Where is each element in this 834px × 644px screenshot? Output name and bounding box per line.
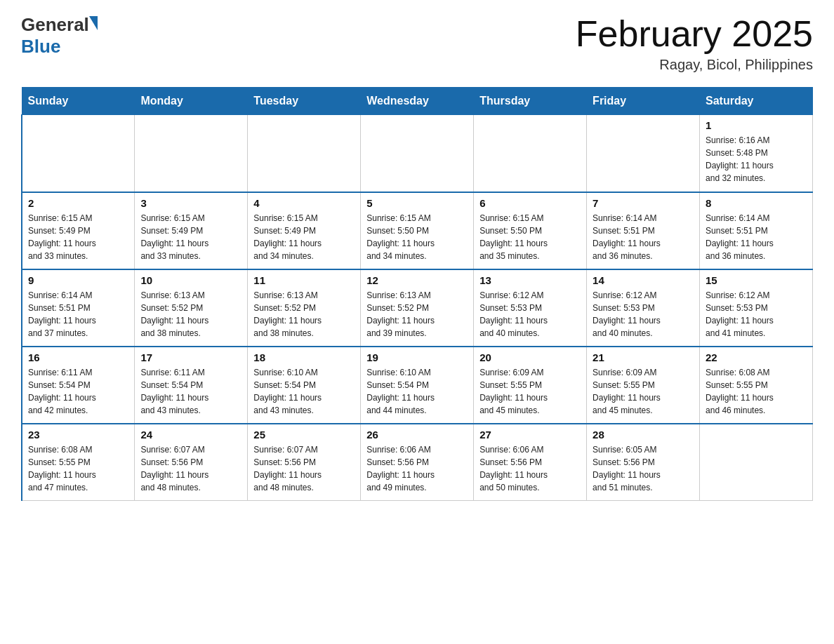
day-info: Sunrise: 6:13 AM Sunset: 5:52 PM Dayligh… [366, 289, 468, 340]
day-number: 2 [28, 197, 128, 209]
day-info: Sunrise: 6:15 AM Sunset: 5:50 PM Dayligh… [366, 212, 468, 262]
calendar-cell: 1Sunrise: 6:16 AM Sunset: 5:48 PM Daylig… [700, 115, 813, 192]
day-info: Sunrise: 6:15 AM Sunset: 5:49 PM Dayligh… [140, 212, 241, 262]
day-number: 25 [253, 429, 355, 441]
calendar-cell: 16Sunrise: 6:11 AM Sunset: 5:54 PM Dayli… [22, 347, 135, 424]
day-info: Sunrise: 6:06 AM Sunset: 5:56 PM Dayligh… [479, 443, 581, 494]
day-number: 4 [253, 197, 355, 209]
calendar-subtitle: Ragay, Bicol, Philippines [576, 57, 813, 73]
day-info: Sunrise: 6:05 AM Sunset: 5:56 PM Dayligh… [593, 443, 694, 494]
day-info: Sunrise: 6:08 AM Sunset: 5:55 PM Dayligh… [28, 443, 128, 494]
day-info: Sunrise: 6:14 AM Sunset: 5:51 PM Dayligh… [593, 212, 694, 262]
day-info: Sunrise: 6:13 AM Sunset: 5:52 PM Dayligh… [253, 289, 355, 340]
weekday-header-friday: Friday [587, 88, 700, 115]
weekday-header-monday: Monday [135, 88, 248, 115]
day-number: 24 [140, 429, 241, 441]
day-info: Sunrise: 6:14 AM Sunset: 5:51 PM Dayligh… [28, 289, 128, 340]
calendar-week-row: 16Sunrise: 6:11 AM Sunset: 5:54 PM Dayli… [22, 347, 813, 424]
calendar-cell: 7Sunrise: 6:14 AM Sunset: 5:51 PM Daylig… [587, 192, 700, 269]
calendar-cell [22, 115, 135, 192]
day-info: Sunrise: 6:15 AM Sunset: 5:50 PM Dayligh… [479, 212, 581, 262]
day-number: 6 [479, 197, 581, 209]
calendar-cell: 20Sunrise: 6:09 AM Sunset: 5:55 PM Dayli… [474, 347, 587, 424]
calendar-cell: 23Sunrise: 6:08 AM Sunset: 5:55 PM Dayli… [22, 424, 135, 501]
calendar-table: SundayMondayTuesdayWednesdayThursdayFrid… [21, 87, 813, 501]
logo-triangle-icon [89, 16, 98, 30]
day-info: Sunrise: 6:07 AM Sunset: 5:56 PM Dayligh… [253, 443, 355, 494]
calendar-week-row: 2Sunrise: 6:15 AM Sunset: 5:49 PM Daylig… [22, 192, 813, 269]
day-number: 9 [28, 274, 128, 286]
calendar-week-row: 1Sunrise: 6:16 AM Sunset: 5:48 PM Daylig… [22, 115, 813, 192]
calendar-cell: 8Sunrise: 6:14 AM Sunset: 5:51 PM Daylig… [700, 192, 813, 269]
calendar-cell: 12Sunrise: 6:13 AM Sunset: 5:52 PM Dayli… [361, 269, 474, 347]
calendar-cell: 6Sunrise: 6:15 AM Sunset: 5:50 PM Daylig… [474, 192, 587, 269]
day-info: Sunrise: 6:11 AM Sunset: 5:54 PM Dayligh… [28, 366, 128, 417]
day-info: Sunrise: 6:09 AM Sunset: 5:55 PM Dayligh… [479, 366, 581, 417]
day-number: 7 [593, 197, 694, 209]
calendar-cell: 24Sunrise: 6:07 AM Sunset: 5:56 PM Dayli… [135, 424, 248, 501]
page-header: General Blue February 2025 Ragay, Bicol,… [21, 14, 813, 73]
weekday-header-thursday: Thursday [474, 88, 587, 115]
day-number: 1 [706, 119, 807, 131]
day-info: Sunrise: 6:12 AM Sunset: 5:53 PM Dayligh… [706, 289, 807, 340]
day-number: 12 [366, 274, 468, 286]
calendar-cell: 21Sunrise: 6:09 AM Sunset: 5:55 PM Dayli… [587, 347, 700, 424]
calendar-cell [587, 115, 700, 192]
day-info: Sunrise: 6:08 AM Sunset: 5:55 PM Dayligh… [706, 366, 807, 417]
calendar-week-row: 23Sunrise: 6:08 AM Sunset: 5:55 PM Dayli… [22, 424, 813, 501]
weekday-header-sunday: Sunday [22, 88, 135, 115]
calendar-cell: 11Sunrise: 6:13 AM Sunset: 5:52 PM Dayli… [248, 269, 361, 347]
day-number: 26 [366, 429, 468, 441]
calendar-cell [135, 115, 248, 192]
day-info: Sunrise: 6:14 AM Sunset: 5:51 PM Dayligh… [706, 212, 807, 262]
calendar-cell: 18Sunrise: 6:10 AM Sunset: 5:54 PM Dayli… [248, 347, 361, 424]
day-number: 16 [28, 351, 128, 363]
day-info: Sunrise: 6:10 AM Sunset: 5:54 PM Dayligh… [253, 366, 355, 417]
calendar-cell [474, 115, 587, 192]
calendar-cell: 26Sunrise: 6:06 AM Sunset: 5:56 PM Dayli… [361, 424, 474, 501]
day-info: Sunrise: 6:15 AM Sunset: 5:49 PM Dayligh… [28, 212, 128, 262]
day-info: Sunrise: 6:10 AM Sunset: 5:54 PM Dayligh… [366, 366, 468, 417]
calendar-week-row: 9Sunrise: 6:14 AM Sunset: 5:51 PM Daylig… [22, 269, 813, 347]
day-number: 18 [253, 351, 355, 363]
day-number: 27 [479, 429, 581, 441]
calendar-cell: 15Sunrise: 6:12 AM Sunset: 5:53 PM Dayli… [700, 269, 813, 347]
calendar-cell [361, 115, 474, 192]
calendar-cell: 27Sunrise: 6:06 AM Sunset: 5:56 PM Dayli… [474, 424, 587, 501]
day-number: 19 [366, 351, 468, 363]
logo: General Blue [21, 14, 98, 58]
day-number: 23 [28, 429, 128, 441]
calendar-cell: 13Sunrise: 6:12 AM Sunset: 5:53 PM Dayli… [474, 269, 587, 347]
day-number: 28 [593, 429, 694, 441]
day-number: 22 [706, 351, 807, 363]
day-number: 13 [479, 274, 581, 286]
day-number: 21 [593, 351, 694, 363]
calendar-cell: 5Sunrise: 6:15 AM Sunset: 5:50 PM Daylig… [361, 192, 474, 269]
calendar-cell: 25Sunrise: 6:07 AM Sunset: 5:56 PM Dayli… [248, 424, 361, 501]
weekday-header-row: SundayMondayTuesdayWednesdayThursdayFrid… [22, 88, 813, 115]
day-info: Sunrise: 6:16 AM Sunset: 5:48 PM Dayligh… [706, 134, 807, 185]
calendar-cell: 22Sunrise: 6:08 AM Sunset: 5:55 PM Dayli… [700, 347, 813, 424]
calendar-cell: 10Sunrise: 6:13 AM Sunset: 5:52 PM Dayli… [135, 269, 248, 347]
logo-general: General [21, 14, 89, 36]
calendar-cell: 19Sunrise: 6:10 AM Sunset: 5:54 PM Dayli… [361, 347, 474, 424]
day-info: Sunrise: 6:13 AM Sunset: 5:52 PM Dayligh… [140, 289, 241, 340]
calendar-cell: 3Sunrise: 6:15 AM Sunset: 5:49 PM Daylig… [135, 192, 248, 269]
day-info: Sunrise: 6:11 AM Sunset: 5:54 PM Dayligh… [140, 366, 241, 417]
calendar-cell [700, 424, 813, 501]
calendar-cell: 4Sunrise: 6:15 AM Sunset: 5:49 PM Daylig… [248, 192, 361, 269]
day-info: Sunrise: 6:12 AM Sunset: 5:53 PM Dayligh… [593, 289, 694, 340]
day-info: Sunrise: 6:06 AM Sunset: 5:56 PM Dayligh… [366, 443, 468, 494]
weekday-header-wednesday: Wednesday [361, 88, 474, 115]
day-info: Sunrise: 6:09 AM Sunset: 5:55 PM Dayligh… [593, 366, 694, 417]
calendar-cell: 2Sunrise: 6:15 AM Sunset: 5:49 PM Daylig… [22, 192, 135, 269]
day-number: 8 [706, 197, 807, 209]
day-number: 17 [140, 351, 241, 363]
day-number: 15 [706, 274, 807, 286]
title-section: February 2025 Ragay, Bicol, Philippines [576, 14, 813, 73]
calendar-cell: 9Sunrise: 6:14 AM Sunset: 5:51 PM Daylig… [22, 269, 135, 347]
day-info: Sunrise: 6:07 AM Sunset: 5:56 PM Dayligh… [140, 443, 241, 494]
day-number: 5 [366, 197, 468, 209]
day-info: Sunrise: 6:15 AM Sunset: 5:49 PM Dayligh… [253, 212, 355, 262]
day-info: Sunrise: 6:12 AM Sunset: 5:53 PM Dayligh… [479, 289, 581, 340]
